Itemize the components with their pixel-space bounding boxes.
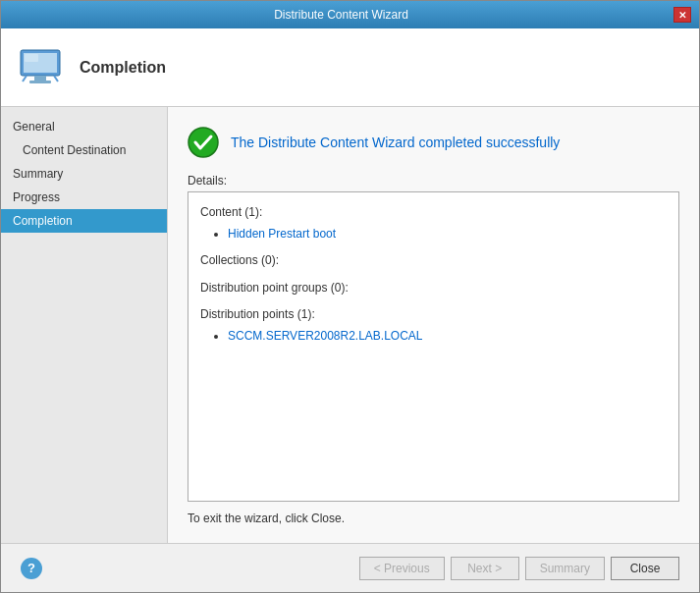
main-content: The Distribute Content Wizard completed … [168,107,699,543]
header-area: Completion [1,28,699,107]
sidebar-item-summary[interactable]: Summary [1,162,167,186]
svg-line-5 [23,76,27,81]
summary-button[interactable]: Summary [525,557,605,580]
content-item: Hidden Prestart boot [228,224,667,245]
svg-line-6 [54,76,58,81]
footer-left: ? [21,558,42,579]
success-icon [188,127,219,158]
svg-rect-3 [29,81,51,83]
content-section-title: Content (1): [200,202,667,224]
sidebar: General Content Destination Summary Prog… [1,107,168,543]
dist-groups-section-title: Distribution point groups (0): [200,278,667,299]
header-title: Completion [80,59,166,77]
collections-section-title: Collections (0): [200,250,667,272]
close-button[interactable]: Close [611,557,679,580]
sidebar-item-content-destination[interactable]: Content Destination [1,138,167,162]
details-box[interactable]: Content (1): Hidden Prestart boot Collec… [188,191,679,502]
computer-icon [17,44,64,91]
sidebar-item-general[interactable]: General [1,115,167,138]
footer: ? < Previous Next > Summary Close [1,543,699,592]
previous-button[interactable]: < Previous [359,557,445,580]
title-bar: Distribute Content Wizard ✕ [1,1,699,28]
exit-note: To exit the wizard, click Close. [188,512,679,525]
svg-rect-2 [34,76,46,81]
body-area: General Content Destination Summary Prog… [1,107,699,543]
close-window-button[interactable]: ✕ [673,7,691,23]
details-label: Details: [188,174,679,188]
next-button[interactable]: Next > [451,557,519,580]
help-button[interactable]: ? [21,558,42,579]
footer-right: < Previous Next > Summary Close [359,557,679,580]
main-window: Distribute Content Wizard ✕ Completion G… [0,0,700,593]
dist-points-section-title: Distribution points (1): [200,304,667,326]
success-banner: The Distribute Content Wizard completed … [188,127,679,158]
dist-point-item: SCCM.SERVER2008R2.LAB.LOCAL [228,326,667,348]
svg-rect-4 [25,54,38,62]
success-message: The Distribute Content Wizard completed … [231,135,560,150]
svg-point-7 [188,128,218,157]
sidebar-item-progress[interactable]: Progress [1,186,167,209]
sidebar-item-completion[interactable]: Completion [1,209,167,233]
title-bar-buttons: ✕ [673,7,691,23]
window-title: Distribute Content Wizard [9,8,673,22]
